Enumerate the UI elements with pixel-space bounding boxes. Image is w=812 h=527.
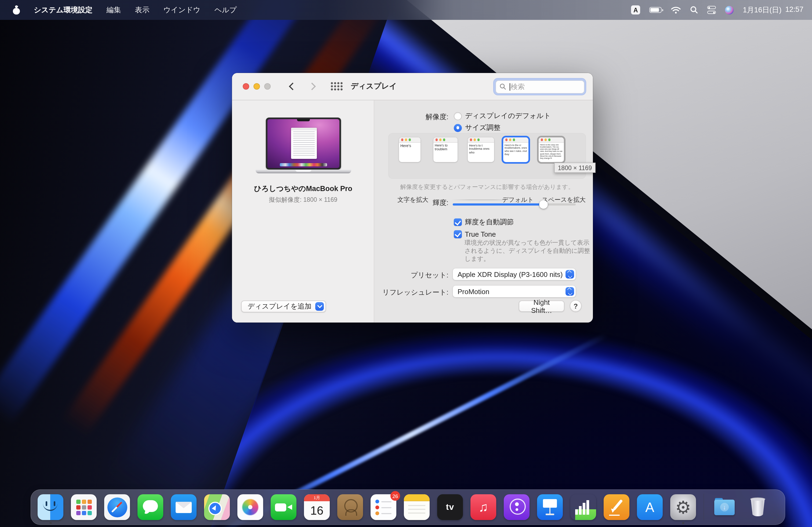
dock: 1月 16 26 tv ♫ A ⚙ ↓ <box>31 490 785 525</box>
scaling-thumbnail-3[interactable]: Here's to t troublema ones who <box>468 137 494 162</box>
dock-numbers-icon[interactable] <box>570 494 596 520</box>
add-display-chevron <box>315 302 324 311</box>
window-titlebar[interactable]: ディスプレイ 検索 <box>232 73 593 100</box>
true-tone-checkbox-row[interactable]: True Tone <box>454 230 496 238</box>
macbook-illustration: ひろしつちやのMacBook Pro 擬似解像度: 1800 × 1169 <box>232 118 374 204</box>
refresh-rate-value: ProMotion <box>458 287 566 296</box>
display-settings-pane: 解像度: ディスプレイのデフォルト サイズ調整 Here's Here's to… <box>375 100 593 322</box>
brightness-label: 輝度: <box>433 198 448 208</box>
text-cursor <box>509 83 510 90</box>
scaling-thumbnail-1[interactable]: Here's <box>399 137 420 162</box>
checkbox-checked-icon[interactable] <box>454 219 462 226</box>
help-button[interactable]: ? <box>570 300 582 312</box>
scaling-thumbnail-4-selected[interactable]: Here's to the cr troublemakers. ones who… <box>503 137 528 162</box>
window-title: ディスプレイ <box>351 81 397 91</box>
macbook-notch <box>297 119 309 121</box>
menu-item-help[interactable]: ヘルプ <box>215 5 237 15</box>
dock-downloads-icon[interactable]: ↓ <box>712 494 737 520</box>
calendar-month: 1月 <box>304 494 330 501</box>
scaling-thumbnail-5-hovered[interactable]: Here's to the crazy one troublemakers. T… <box>539 137 564 162</box>
resolution-option-scaled[interactable]: サイズ調整 <box>454 123 501 133</box>
dock-divider <box>704 494 704 521</box>
radio-off-icon[interactable] <box>454 112 462 120</box>
add-display-button[interactable]: ディスプレイを追加 <box>241 301 326 312</box>
close-button[interactable] <box>243 83 249 90</box>
resolution-option-default[interactable]: ディスプレイのデフォルト <box>454 111 551 121</box>
checkbox-checked-icon[interactable] <box>454 230 462 238</box>
spotlight-icon[interactable] <box>690 6 698 14</box>
siri-icon[interactable] <box>725 6 734 14</box>
dock-app-store-icon[interactable]: A <box>637 494 663 520</box>
search-field[interactable]: 検索 <box>494 78 586 95</box>
macbook-screen-document <box>291 128 317 159</box>
display-sidebar: ひろしつちやのMacBook Pro 擬似解像度: 1800 × 1169 ディ… <box>232 100 374 322</box>
desktop: システム環境設定 編集 表示 ウインドウ ヘルプ A 1月16日(日) 12:5… <box>0 0 812 527</box>
auto-brightness-checkbox-row[interactable]: 輝度を自動調節 <box>454 217 514 227</box>
brightness-slider[interactable] <box>453 200 576 209</box>
resolution-note: 解像度を変更するとパフォーマンスに影響する場合があります。 <box>388 183 586 191</box>
menu-time: 12:57 <box>785 5 803 15</box>
dock-reminders-icon[interactable]: 26 <box>371 494 396 520</box>
preset-dropdown[interactable]: Apple XDR Display (P3-1600 nits) <box>453 268 576 280</box>
menu-item-view[interactable]: 表示 <box>135 5 149 15</box>
dock-music-icon[interactable]: ♫ <box>470 494 496 520</box>
true-tone-description: 環境光の状況が異なっても色が一貫して表示されるように、ディスプレイを自動的に調整… <box>465 239 592 263</box>
zoom-button <box>264 83 271 90</box>
dock-podcasts-icon[interactable] <box>504 494 530 520</box>
dock-messages-icon[interactable] <box>137 494 163 520</box>
night-shift-button[interactable]: Night Shift… <box>519 301 564 312</box>
system-preferences-window: ディスプレイ 検索 <box>232 73 593 322</box>
slider-thumb[interactable] <box>539 200 548 209</box>
dock-trash-icon[interactable] <box>745 494 771 520</box>
macbook-screen-dock <box>279 163 327 166</box>
dock-finder-icon[interactable] <box>38 494 63 520</box>
menu-clock[interactable]: 1月16日(日) 12:57 <box>743 5 803 15</box>
input-source-icon[interactable]: A <box>631 5 640 15</box>
preset-label: プリセット: <box>411 270 448 280</box>
menu-bar-status: A 1月16日(日) 12:57 <box>631 5 812 15</box>
dock-system-preferences-icon[interactable]: ⚙ <box>670 494 696 520</box>
dock-apple-tv-icon[interactable]: tv <box>437 494 463 520</box>
forward-button <box>308 82 316 90</box>
wifi-icon[interactable] <box>671 6 681 14</box>
dock-maps-icon[interactable] <box>204 494 230 520</box>
slider-fill <box>453 204 544 206</box>
chevron-down-icon <box>317 303 322 308</box>
dock-notes-icon[interactable] <box>404 494 430 520</box>
device-name: ひろしつちやのMacBook Pro <box>232 184 374 194</box>
reminders-badge: 26 <box>390 491 400 501</box>
dock-safari-icon[interactable] <box>104 494 130 520</box>
menu-app-name[interactable]: システム環境設定 <box>34 5 93 15</box>
dropdown-stepper-icon <box>566 287 574 296</box>
scaling-thumbnail-2[interactable]: Here's to troublem <box>433 137 458 162</box>
menu-bar-left: システム環境設定 編集 表示 ウインドウ ヘルプ <box>0 5 237 15</box>
menu-date: 1月16日(日) <box>743 5 781 15</box>
dock-calendar-icon[interactable]: 1月 16 <box>304 494 330 520</box>
control-center-icon[interactable] <box>707 6 716 14</box>
menu-item-window[interactable]: ウインドウ <box>163 5 201 15</box>
dock-keynote-icon[interactable] <box>537 494 563 520</box>
menu-item-edit[interactable]: 編集 <box>106 5 121 15</box>
menu-bar: システム環境設定 編集 表示 ウインドウ ヘルプ A 1月16日(日) 12:5… <box>0 0 812 20</box>
show-all-grid-icon[interactable] <box>331 82 343 91</box>
dock-photos-icon[interactable] <box>237 494 263 520</box>
dock-contacts-icon[interactable] <box>337 494 363 520</box>
minimize-button[interactable] <box>253 83 260 90</box>
dock-pages-icon[interactable] <box>604 494 629 520</box>
macbook-base <box>255 169 351 174</box>
calendar-day: 16 <box>304 501 330 520</box>
radio-on-icon[interactable] <box>454 124 462 132</box>
dock-facetime-icon[interactable] <box>271 494 296 520</box>
apple-menu-icon[interactable] <box>13 6 20 14</box>
device-resolution-caption: 擬似解像度: 1800 × 1169 <box>232 196 374 204</box>
search-placeholder: 検索 <box>511 82 525 91</box>
resolution-option-default-label: ディスプレイのデフォルト <box>465 111 551 121</box>
refresh-rate-dropdown[interactable]: ProMotion <box>453 286 576 297</box>
dock-launchpad-icon[interactable] <box>71 494 97 520</box>
add-display-label: ディスプレイを追加 <box>248 302 311 311</box>
battery-icon[interactable] <box>649 7 662 13</box>
preset-value: Apple XDR Display (P3-1600 nits) <box>458 270 566 278</box>
resolution-label: 解像度: <box>425 112 448 122</box>
back-button[interactable] <box>289 82 296 90</box>
dock-mail-icon[interactable] <box>171 494 197 520</box>
